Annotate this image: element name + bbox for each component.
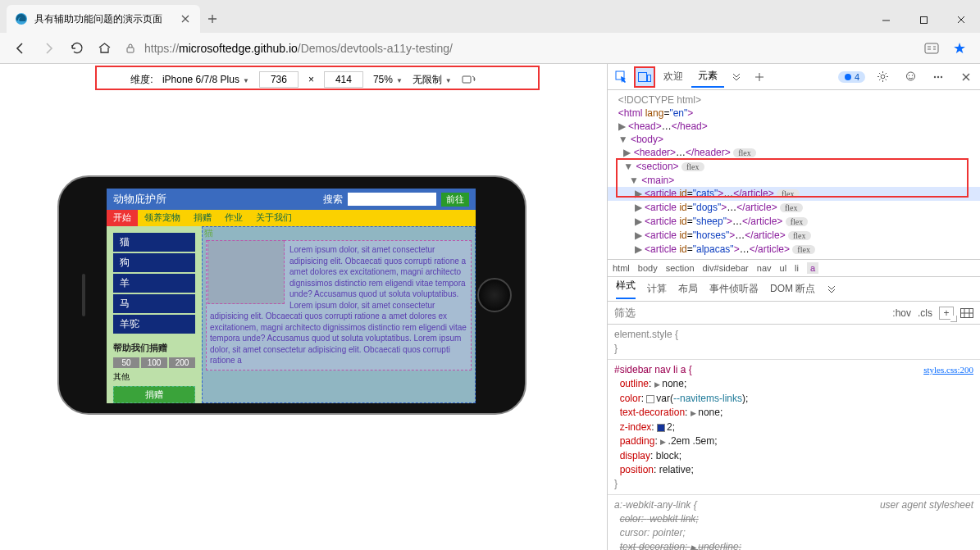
svg-point-13	[934, 75, 936, 77]
styles-panel[interactable]: element.style { } styles.css:200 #sideba…	[608, 325, 980, 550]
inspect-icon[interactable]	[611, 66, 632, 88]
styles-filter-row: :hov .cls +	[608, 302, 980, 325]
article-image	[207, 240, 285, 304]
svg-point-9	[881, 75, 885, 79]
svg-rect-4	[463, 76, 471, 83]
nav-item[interactable]: 开始	[107, 210, 138, 226]
new-rule-button[interactable]: +	[939, 307, 954, 320]
device-frame: 动物庇护所 搜索 前往 开始 领养宠物 捐赠 作业 关于我们	[57, 175, 526, 415]
tab-computed[interactable]: 计算	[647, 282, 667, 296]
dim-sep: ×	[308, 74, 314, 85]
hov-toggle[interactable]: :hov	[892, 307, 911, 319]
devtools-tabbar: 欢迎 元素 4	[608, 64, 980, 90]
svg-rect-7	[648, 75, 651, 81]
flexgrid-icon[interactable]	[960, 308, 973, 318]
phone-speaker	[82, 274, 85, 316]
cls-toggle[interactable]: .cls	[918, 307, 932, 319]
url-path: /Demos/devtools-a11y-testing/	[298, 42, 453, 55]
donate-amount[interactable]: 50	[113, 357, 139, 368]
article-cats: 猫 Lorem ipsum dolor, sit amet consectetu…	[202, 226, 476, 403]
tab-dom-breakpoints[interactable]: DOM 断点	[770, 282, 815, 296]
donate-button[interactable]: 捐赠	[113, 386, 195, 403]
settings-icon[interactable]	[872, 66, 893, 88]
favorite-star-icon[interactable]: ★	[946, 35, 973, 61]
window-minimize[interactable]	[867, 7, 905, 33]
tab-close-icon[interactable]	[179, 12, 192, 25]
styles-filter-input[interactable]	[608, 307, 886, 319]
search-input[interactable]	[348, 193, 436, 206]
sidebar-item[interactable]: 羊	[113, 274, 195, 293]
width-input[interactable]	[259, 71, 299, 88]
donate-amount[interactable]: 100	[141, 357, 167, 368]
search-go-button[interactable]: 前往	[441, 193, 469, 207]
page-nav: 开始 领养宠物 捐赠 作业 关于我们	[107, 210, 476, 226]
nav-item[interactable]: 捐赠	[187, 210, 218, 226]
svg-point-15	[941, 75, 942, 77]
donate-other[interactable]: 其他	[113, 371, 195, 383]
dom-selected-row: ▶ <article id="cats">…</article> flex	[608, 187, 980, 201]
edge-favicon	[15, 12, 28, 25]
tab-layout[interactable]: 布局	[678, 282, 698, 296]
tab-elements[interactable]: 元素	[691, 66, 724, 88]
donate-amount[interactable]: 200	[169, 357, 195, 368]
forward-button[interactable]	[34, 35, 62, 61]
dom-breadcrumb[interactable]: html body section div#sidebar nav ul li …	[608, 259, 980, 277]
svg-point-14	[937, 75, 939, 77]
throttle-select[interactable]: 无限制	[413, 73, 452, 87]
page-sidebar: 猫 狗 羊 马 羊驼 帮助我们捐赠 50 100 200 其他	[107, 226, 202, 403]
device-screen: 动物庇护所 搜索 前往 开始 领养宠物 捐赠 作业 关于我们	[107, 189, 476, 403]
device-select[interactable]: iPhone 6/7/8 Plus	[162, 74, 249, 85]
lock-icon	[125, 43, 136, 54]
phone-home-button	[477, 278, 512, 312]
zoom-select[interactable]: 75%	[373, 74, 403, 85]
styles-overflow-icon[interactable]	[827, 284, 836, 294]
browser-tab[interactable]: 具有辅助功能问题的演示页面	[7, 5, 200, 33]
svg-point-11	[908, 75, 909, 75]
devtools-pane: 欢迎 元素 4 <!DOCTYPE html> <html lang="en">…	[607, 64, 980, 550]
source-link[interactable]: styles.css:200	[923, 363, 973, 377]
more-icon[interactable]	[928, 66, 949, 88]
svg-rect-6	[639, 72, 647, 81]
home-button[interactable]	[90, 35, 118, 61]
ua-label: user agent stylesheet	[880, 498, 973, 512]
svg-point-8	[845, 74, 851, 80]
donate-header: 帮助我们捐赠	[113, 342, 195, 354]
window-titlebar: 具有辅助功能问题的演示页面	[0, 0, 980, 33]
svg-rect-1	[920, 16, 927, 23]
refresh-button[interactable]	[62, 35, 90, 61]
back-button[interactable]	[7, 35, 34, 61]
tabs-overflow-icon[interactable]	[726, 66, 747, 88]
new-tab-button[interactable]	[200, 5, 225, 33]
nav-item[interactable]: 领养宠物	[138, 210, 187, 226]
issues-badge[interactable]: 4	[838, 71, 865, 83]
site-title: 动物庇护所	[113, 192, 166, 207]
sidebar-item[interactable]: 马	[113, 294, 195, 313]
nav-item[interactable]: 关于我们	[249, 210, 299, 226]
dom-tree[interactable]: <!DOCTYPE html> <html lang="en"> ▶ <head…	[608, 90, 980, 259]
nav-item[interactable]: 作业	[218, 210, 249, 226]
reader-icon[interactable]	[918, 35, 946, 61]
browser-toolbar: https://microsoftedge.github.io/Demos/de…	[0, 33, 980, 64]
page-header: 动物庇护所 搜索 前往	[107, 189, 476, 210]
search-label: 搜索	[323, 193, 343, 207]
new-tab-icon[interactable]	[749, 66, 770, 88]
window-maximize[interactable]	[905, 7, 942, 33]
sidebar-item[interactable]: 羊驼	[113, 315, 195, 334]
tab-welcome[interactable]: 欢迎	[657, 66, 690, 87]
tab-styles[interactable]: 样式	[616, 279, 636, 299]
height-input[interactable]	[324, 71, 363, 88]
rotate-icon[interactable]	[462, 74, 476, 85]
device-toggle-icon[interactable]	[634, 66, 655, 88]
feedback-icon[interactable]	[900, 66, 921, 88]
address-bar[interactable]: https://microsoftedge.github.io/Demos/de…	[118, 37, 918, 60]
svg-point-10	[906, 72, 914, 80]
url-host: microsoftedge.github.io	[179, 42, 298, 55]
tab-events[interactable]: 事件侦听器	[709, 282, 759, 296]
svg-rect-2	[127, 48, 134, 52]
article-label: 猫	[204, 227, 213, 239]
window-close[interactable]	[942, 7, 980, 33]
sidebar-item[interactable]: 狗	[113, 253, 195, 272]
sidebar-item[interactable]: 猫	[113, 233, 195, 252]
dim-label: 维度:	[130, 73, 153, 87]
close-devtools-icon[interactable]	[955, 66, 977, 88]
